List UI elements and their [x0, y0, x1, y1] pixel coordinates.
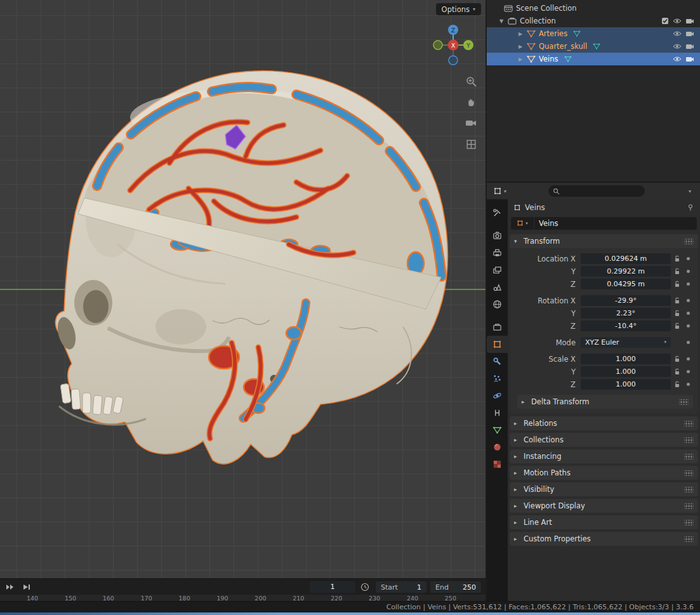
animate-dot[interactable] [683, 370, 693, 373]
chevron-right-icon[interactable]: ▶ [516, 31, 525, 37]
end-frame-field[interactable]: End 250 [430, 581, 481, 593]
object-id-dropdown[interactable]: ▾ [511, 217, 534, 230]
location-z-field[interactable]: 0.04295 m [581, 279, 671, 289]
outliner-item-veins[interactable]: ▶ Veins [487, 53, 700, 65]
navigation-gizmo[interactable]: Z Y X [431, 23, 475, 67]
lock-icon[interactable] [671, 381, 683, 388]
properties-search[interactable] [548, 185, 645, 197]
scale-x-field[interactable]: 1.000 [581, 354, 671, 364]
zoom-icon[interactable] [465, 75, 477, 88]
chevron-down-icon[interactable]: ▼ [497, 18, 506, 24]
section-line-art[interactable]: ▸Line Art [510, 515, 698, 529]
animate-dot[interactable] [683, 357, 693, 360]
grid-ortho-icon[interactable] [465, 138, 477, 150]
scene-collection-row[interactable]: Scene Collection [487, 2, 700, 15]
eye-icon[interactable] [673, 18, 682, 24]
camera-icon[interactable] [685, 30, 694, 37]
camera-view-icon[interactable] [465, 117, 477, 129]
drag-grip-icon[interactable] [679, 399, 689, 405]
animate-dot[interactable] [683, 324, 693, 327]
checkbox[interactable] [661, 17, 669, 25]
jump-to-end-icon[interactable] [20, 581, 33, 593]
drag-grip-icon[interactable] [684, 503, 694, 509]
filter-dropdown-icon[interactable]: ▾ [683, 188, 696, 194]
timeline-ruler[interactable]: 140 150 160 170 180 190 200 210 220 230 … [0, 595, 485, 601]
location-y-field[interactable]: 0.29922 m [581, 266, 671, 277]
animate-dot[interactable] [683, 299, 693, 302]
eye-icon[interactable] [673, 56, 682, 62]
physics-icon[interactable] [487, 387, 508, 404]
search-input[interactable] [563, 187, 640, 195]
rotation-z-field[interactable]: -10.4° [581, 321, 671, 331]
lock-icon[interactable] [671, 297, 683, 305]
drag-grip-icon[interactable] [684, 470, 694, 476]
location-x-field[interactable]: 0.029624 m [581, 253, 671, 264]
object-icon[interactable] [487, 336, 508, 353]
drag-grip-icon[interactable] [684, 239, 694, 244]
view-layer-icon[interactable] [487, 261, 508, 279]
drag-grip-icon[interactable] [684, 454, 694, 460]
transform-section-header[interactable]: ▾ Transform [510, 234, 698, 248]
camera-icon[interactable] [685, 43, 694, 50]
section-instancing[interactable]: ▸Instancing [510, 449, 698, 463]
rotation-y-field[interactable]: 2.23° [581, 308, 671, 319]
play-icon[interactable] [4, 581, 17, 593]
animate-dot[interactable] [683, 312, 693, 315]
section-relations[interactable]: ▸Relations [510, 416, 698, 430]
collection-row[interactable]: ▼ Collection [487, 15, 700, 27]
section-collections[interactable]: ▸Collections [510, 433, 698, 447]
scene-icon[interactable] [487, 279, 508, 296]
eye-icon[interactable] [673, 30, 682, 37]
animate-dot[interactable] [683, 341, 693, 344]
rotation-mode-select[interactable]: XYZ Euler▾ [581, 337, 671, 348]
modifiers-icon[interactable] [487, 353, 508, 370]
world-icon[interactable] [487, 296, 508, 313]
section-custom-properties[interactable]: ▸Custom Properties [510, 532, 698, 546]
section-motion-paths[interactable]: ▸Motion Paths [510, 466, 698, 480]
lock-icon[interactable] [671, 322, 683, 330]
drag-grip-icon[interactable] [684, 487, 694, 493]
drag-grip-icon[interactable] [684, 536, 694, 542]
drag-grip-icon[interactable] [684, 437, 694, 443]
drag-grip-icon[interactable] [684, 520, 694, 526]
options-button[interactable]: Options ▾ [436, 3, 481, 15]
constraints-icon[interactable] [487, 404, 508, 421]
hand-icon[interactable] [465, 96, 477, 109]
collection-icon[interactable] [487, 319, 508, 336]
output-icon[interactable] [487, 244, 508, 261]
lock-icon[interactable] [671, 255, 683, 263]
animate-dot[interactable] [683, 282, 693, 286]
texture-icon[interactable] [487, 456, 508, 473]
start-frame-field[interactable]: Start 1 [376, 581, 426, 593]
render-icon[interactable] [487, 227, 508, 244]
lock-icon[interactable] [671, 368, 683, 376]
object-data-icon[interactable] [487, 421, 508, 439]
chevron-right-icon[interactable]: ▶ [516, 56, 525, 62]
camera-icon[interactable] [685, 56, 694, 62]
outliner-item-arteries[interactable]: ▶ Arteries [487, 27, 700, 40]
scale-z-field[interactable]: 1.000 [581, 379, 671, 390]
mesh-data-icon[interactable] [593, 43, 600, 50]
chevron-right-icon[interactable]: ▶ [516, 44, 525, 50]
clock-icon[interactable] [360, 583, 369, 592]
axis-z-neg-handle[interactable] [449, 56, 458, 65]
skull-3d-object[interactable] [22, 54, 460, 473]
section-visibility[interactable]: ▸Visibility [510, 482, 698, 496]
material-icon[interactable] [487, 439, 508, 456]
animate-dot[interactable] [683, 383, 693, 386]
object-name-field[interactable] [534, 217, 697, 230]
axis-y-neg-handle[interactable] [433, 41, 442, 50]
mesh-data-icon[interactable] [564, 56, 572, 62]
editor-type-button[interactable]: ▾ [491, 185, 509, 197]
mesh-data-icon[interactable] [573, 30, 581, 37]
animate-dot[interactable] [683, 270, 693, 273]
lock-icon[interactable] [671, 355, 683, 363]
camera-icon[interactable] [685, 18, 694, 24]
section-delta-transform[interactable]: ▸ Delta Transform [517, 395, 693, 409]
lock-icon[interactable] [671, 268, 683, 275]
rotation-x-field[interactable]: -29.9° [581, 295, 671, 306]
outliner-item-quarter-skull[interactable]: ▶ Quarter_skull [487, 40, 700, 53]
lock-icon[interactable] [671, 281, 683, 288]
animate-dot[interactable] [683, 257, 693, 260]
tool-icon[interactable] [487, 204, 508, 222]
